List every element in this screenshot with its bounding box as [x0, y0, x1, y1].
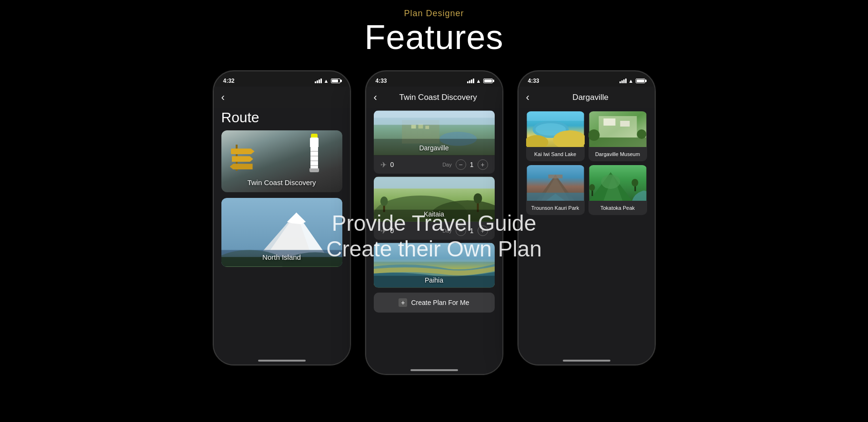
tokatoka-img — [589, 165, 647, 201]
svg-rect-11 — [411, 125, 416, 128]
nav-bar-darg: ‹ Dargaville — [519, 87, 655, 108]
header-subtitle: Plan Designer — [0, 9, 868, 19]
signal-bars-2 — [467, 79, 474, 83]
svg-rect-37 — [603, 118, 615, 126]
back-button-twin[interactable]: ‹ — [374, 91, 377, 104]
svg-point-22 — [380, 196, 388, 206]
status-time-3: 4:33 — [528, 78, 539, 84]
dargaville-museum-photo — [589, 111, 647, 147]
signal-bars-1 — [315, 79, 322, 83]
signal-bar-4 — [320, 79, 322, 83]
paihia-place-card[interactable]: Paihia — [374, 243, 495, 288]
svg-rect-38 — [620, 121, 629, 127]
create-plan-button[interactable]: + Create Plan For Me — [374, 293, 495, 313]
north-island-label: North Island — [221, 253, 342, 261]
svg-rect-27 — [374, 243, 495, 262]
kai-iwi-label: Kai Iwi Sand Lake — [526, 147, 585, 161]
trounson-label: Trounson Kauri Park — [526, 201, 585, 215]
nav-title-twin: Twin Coast Discovery — [382, 93, 495, 102]
sign-arrow-2 — [232, 156, 253, 162]
svg-point-40 — [589, 129, 600, 141]
nav-bar-route: ‹ — [214, 87, 350, 108]
activity-control: ✈ 0 — [380, 160, 394, 169]
home-indicator-2 — [410, 369, 458, 371]
kaitaia-controls: ✈ 0 Day − 1 + — [374, 222, 495, 240]
status-icons-1: ▲ — [315, 78, 340, 84]
battery-icon-3 — [636, 79, 645, 83]
notch-3 — [558, 71, 615, 84]
dargaville-museum-label: Dargaville Museum — [589, 147, 647, 161]
day-minus-2[interactable]: − — [456, 226, 466, 236]
trounson-img — [526, 165, 585, 201]
status-time-1: 4:32 — [223, 78, 235, 84]
notch-1 — [253, 71, 310, 84]
back-button-route[interactable]: ‹ — [221, 91, 225, 104]
activity-icon: ✈ — [380, 160, 387, 169]
svg-rect-15 — [374, 111, 495, 118]
nav-bar-twin: ‹ Twin Coast Discovery — [366, 87, 502, 108]
signal-bar-2 — [317, 80, 318, 83]
status-icons-2: ▲ — [467, 78, 493, 84]
lighthouse-top — [310, 137, 319, 147]
signpost-icon — [236, 145, 238, 171]
day-minus-1[interactable]: − — [456, 159, 466, 170]
days-control-1: Day − 1 + — [442, 159, 488, 170]
nav-title-darg: Dargaville — [534, 93, 647, 102]
lighthouse-icon — [310, 137, 319, 171]
signal-bar-3 — [319, 79, 320, 83]
screen-dargaville: ‹ Dargaville — [519, 87, 655, 364]
svg-rect-45 — [548, 175, 562, 178]
signal-bar-1 — [315, 81, 316, 83]
back-button-darg[interactable]: ‹ — [526, 91, 529, 104]
screen-twin-coast: ‹ Twin Coast Discovery — [366, 87, 502, 374]
kai-iwi-cell[interactable]: Kai Iwi Sand Lake — [526, 111, 585, 161]
create-plan-icon: + — [399, 298, 407, 307]
dargaville-photo-grid: Kai Iwi Sand Lake — [519, 108, 655, 219]
day-plus-2[interactable]: + — [478, 226, 488, 236]
dargaville-controls: ✈ 0 Day − 1 + — [374, 156, 495, 174]
status-icons-3: ▲ — [619, 78, 645, 84]
svg-point-24 — [473, 193, 482, 204]
sign-arrow-3 — [230, 164, 253, 169]
lighthouse-base — [309, 168, 319, 172]
kaitaia-img: Kaitaia — [374, 177, 495, 222]
phone-route: 4:32 ▲ ‹ Route — [213, 70, 351, 365]
phone-twin-coast: 4:33 ▲ ‹ Twin Coast Discovery — [365, 70, 503, 375]
svg-rect-34 — [527, 111, 584, 121]
day-plus-1[interactable]: + — [478, 159, 488, 170]
trounson-cell[interactable]: Trounson Kauri Park — [526, 165, 585, 215]
wifi-icon-2: ▲ — [476, 78, 481, 84]
dargaville-museum-cell[interactable]: Dargaville Museum — [589, 111, 647, 161]
kaitaia-place-card[interactable]: Kaitaia ✈ 0 Day − 1 + — [374, 177, 495, 240]
paihia-label: Paihia — [374, 276, 495, 284]
tokatoka-cell[interactable]: Tokatoka Peak — [589, 165, 647, 215]
phones-container: Provide Travel Guide Create their Own Pl… — [0, 66, 868, 375]
paihia-img: Paihia — [374, 243, 495, 288]
page-header: Plan Designer Features — [0, 0, 868, 66]
notch-2 — [406, 71, 463, 84]
wifi-icon-3: ▲ — [629, 78, 634, 84]
home-indicator-3 — [563, 360, 610, 362]
status-time-2: 4:33 — [376, 78, 387, 84]
activity-control-2: ✈ 0 — [380, 226, 394, 236]
north-island-card[interactable]: North Island — [221, 198, 342, 267]
activity-icon-2: ✈ — [380, 226, 387, 236]
home-indicator-1 — [258, 360, 306, 362]
battery-icon-1 — [331, 79, 340, 83]
tokatoka-photo — [589, 165, 647, 201]
signal-bars-3 — [619, 79, 627, 83]
wifi-icon-1: ▲ — [324, 78, 329, 84]
twin-coast-card[interactable]: Twin Coast Discovery — [221, 130, 342, 192]
header-title: Features — [0, 19, 868, 56]
dargaville-place-card[interactable]: Dargaville ✈ 0 Day − 1 + — [374, 110, 495, 174]
svg-point-53 — [631, 179, 638, 186]
phone-dargaville: 4:33 ▲ ‹ Dargaville — [518, 70, 656, 365]
trounson-photo — [526, 165, 585, 201]
dargaville-label: Dargaville — [374, 144, 495, 152]
kai-iwi-photo — [526, 111, 585, 147]
svg-rect-18 — [374, 177, 495, 189]
create-plan-label: Create Plan For Me — [411, 299, 469, 306]
tokatoka-label: Tokatoka Peak — [589, 201, 647, 215]
kaitaia-label: Kaitaia — [374, 210, 495, 218]
twin-coast-label: Twin Coast Discovery — [221, 178, 342, 186]
